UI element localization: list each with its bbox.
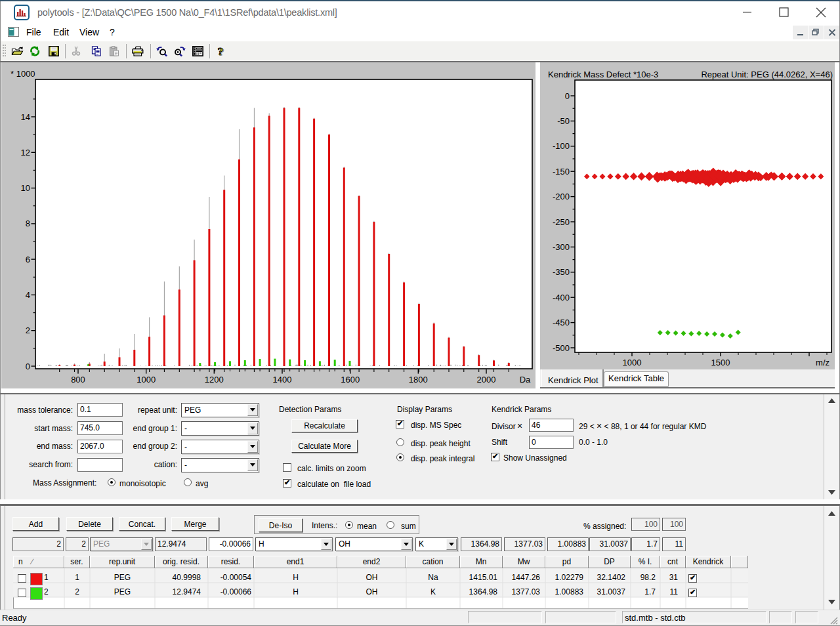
svg-text:8: 8 xyxy=(26,219,30,228)
svg-text:1200: 1200 xyxy=(205,375,224,385)
svg-text:2: 2 xyxy=(26,325,30,335)
svg-text:12: 12 xyxy=(21,148,30,157)
svg-text:1800: 1800 xyxy=(409,375,428,385)
svg-text:-250: -250 xyxy=(553,217,570,227)
svg-text:-400: -400 xyxy=(553,293,570,303)
svg-text:0: 0 xyxy=(26,362,30,371)
svg-text:6: 6 xyxy=(26,255,30,264)
svg-text:* 1000: * 1000 xyxy=(10,69,35,79)
svg-text:-300: -300 xyxy=(553,242,570,252)
svg-text:0: 0 xyxy=(565,91,570,101)
svg-text:-150: -150 xyxy=(553,167,570,177)
svg-text:?: ? xyxy=(218,46,224,58)
svg-text:-200: -200 xyxy=(553,192,570,201)
svg-text:1000: 1000 xyxy=(623,358,642,367)
svg-text:-100: -100 xyxy=(553,141,570,151)
svg-text:Repeat Unit: PEG (44.0262, X=4: Repeat Unit: PEG (44.0262, X=46) xyxy=(701,70,833,79)
svg-text:4: 4 xyxy=(26,290,30,300)
svg-text:800: 800 xyxy=(71,375,85,385)
svg-text:-50: -50 xyxy=(557,116,570,126)
svg-text:-350: -350 xyxy=(553,267,570,277)
svg-text:1500: 1500 xyxy=(711,358,730,367)
svg-text:2000: 2000 xyxy=(477,375,496,385)
svg-text:1400: 1400 xyxy=(273,375,292,385)
svg-text:1000: 1000 xyxy=(136,375,156,385)
svg-text:Da: Da xyxy=(520,375,531,385)
svg-text:10: 10 xyxy=(21,183,30,193)
svg-text:-500: -500 xyxy=(553,343,570,353)
svg-text:Kendrick Mass Defect *10e-3: Kendrick Mass Defect *10e-3 xyxy=(548,70,658,79)
svg-text:1600: 1600 xyxy=(341,375,360,385)
svg-text:-450: -450 xyxy=(553,318,570,327)
svg-text:14: 14 xyxy=(21,112,30,122)
svg-text:m/z: m/z xyxy=(816,358,830,367)
